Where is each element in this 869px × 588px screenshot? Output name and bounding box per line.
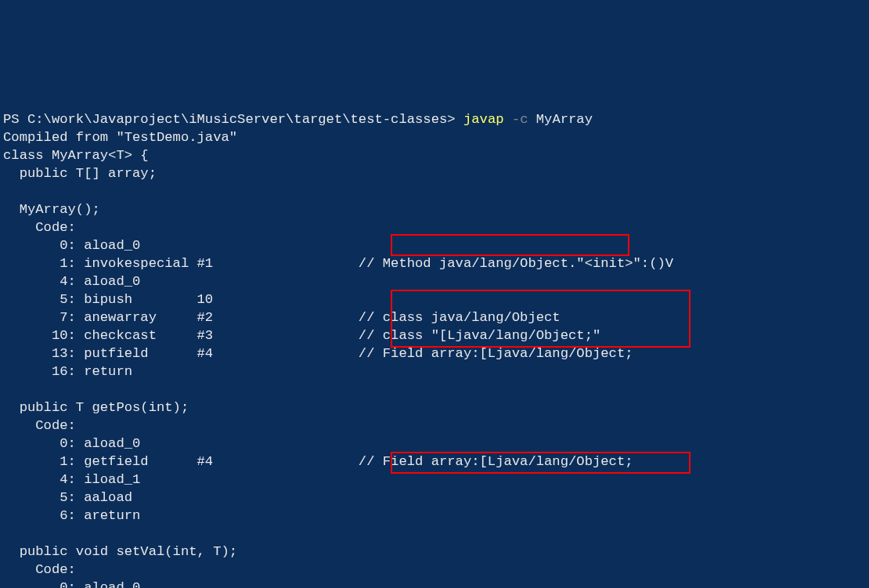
bytecode-instr: 7: anewarray #2	[3, 310, 359, 325]
output-line: 1: invokespecial #1 // Method java/lang/…	[3, 256, 673, 271]
terminal-window[interactable]: PS C:\work\Javaproject\iMusicServer\targ…	[0, 90, 869, 588]
output-line: 4: iload_1	[3, 472, 140, 487]
annotation-box-1	[391, 234, 629, 256]
bytecode-instr: 13: putfield #4	[3, 346, 359, 361]
output-line: public void setVal(int, T);	[3, 544, 237, 559]
prompt-separator: >	[447, 112, 463, 127]
prompt-ps: PS	[3, 112, 27, 127]
output-line: 1: getfield #4 // Field array:[Ljava/lan…	[3, 454, 633, 469]
output-line: 13: putfield #4 // Field array:[Ljava/la…	[3, 346, 633, 361]
output-line: 10: checkcast #3 // class "[Ljava/lang/O…	[3, 328, 600, 343]
output-line: Code:	[3, 562, 76, 577]
output-line: public T[] array;	[3, 166, 157, 181]
bytecode-comment: // Field array:[Ljava/lang/Object;	[359, 346, 633, 361]
output-line: MyArray();	[3, 202, 100, 217]
bytecode-comment: // Method java/lang/Object.	[359, 256, 576, 271]
bytecode-comment: // Field array:[Ljava/lang/Object;	[359, 454, 633, 469]
output-line: 5: aaload	[3, 490, 132, 505]
bytecode-comment: // class "[Ljava/lang/Object;"	[359, 328, 600, 343]
output-line: 0: aload_0	[3, 580, 140, 588]
output-line: public T getPos(int);	[3, 400, 189, 415]
output-line: Code:	[3, 418, 76, 433]
output-line: 5: bipush 10	[3, 292, 213, 307]
output-line: 0: aload_0	[3, 436, 140, 451]
bytecode-instr: 10: checkcast #3	[3, 328, 359, 343]
command-javap: javap	[463, 112, 512, 127]
bytecode-instr: 1: getfield #4	[3, 454, 359, 469]
output-line: 4: aload_0	[3, 274, 140, 289]
output-line: 16: return	[3, 364, 132, 379]
output-line: Code:	[3, 220, 76, 235]
output-line: 0: aload_0	[3, 238, 140, 253]
option-c: -c	[512, 112, 528, 127]
bytecode-comment: // class java/lang/Object	[359, 310, 561, 325]
bytecode-instr: 1: invokespecial #1	[3, 256, 359, 271]
output-line: class MyArray<T> {	[3, 148, 149, 163]
output-line: 6: areturn	[3, 508, 140, 523]
prompt-path: C:\work\Javaproject\iMusicServer\target\…	[27, 112, 447, 127]
output-line: 7: anewarray #2 // class java/lang/Objec…	[3, 310, 561, 325]
arg-myarray: MyArray	[528, 112, 593, 127]
output-line: Compiled from "TestDemo.java"	[3, 130, 237, 145]
prompt-line: PS C:\work\Javaproject\iMusicServer\targ…	[3, 112, 593, 127]
bytecode-comment-tail: "<init>":()V	[576, 256, 673, 271]
